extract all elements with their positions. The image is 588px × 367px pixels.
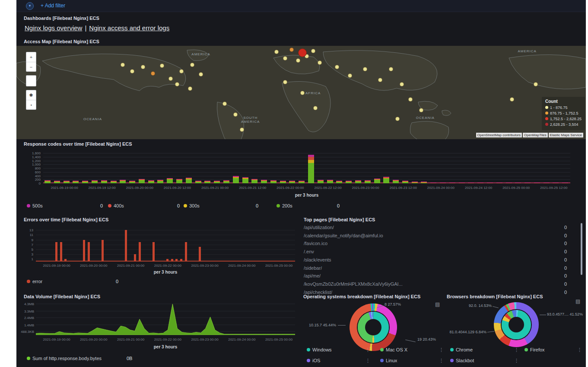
errors-chart [36,228,295,262]
y-axis-tick: 3.3MB [16,310,34,313]
stacked-bar-segment [318,180,324,180]
zoom-in-icon[interactable]: + [26,52,36,62]
browsers-callout-line [540,315,546,315]
map-point [168,77,173,81]
legend-item-actions-icon[interactable]: ⋮ [366,347,370,353]
stacked-bar-segment [148,181,154,182]
stacked-bar-segment [515,182,521,183]
map-attribution-link[interactable]: Elastic Maps Service [549,133,583,137]
draw-polygon-icon[interactable]: ⬟ [26,90,36,100]
stacked-bar-segment [251,179,257,180]
data-volume-area-svg [36,301,295,335]
stacked-bar-segment [289,182,295,182]
stacked-bar-segment [318,181,324,183]
top-pages-row-page: /slack/events [304,257,331,262]
stacked-bar-segment [44,180,51,181]
legend-series-label[interactable]: 200s [282,203,292,208]
stacked-bar-segment [176,180,182,183]
stacked-bar-segment [355,182,361,183]
stacked-bar-segment [44,182,51,183]
y-axis-tick: 1.4MB [16,323,34,327]
legend-series-label[interactable]: error [32,279,42,284]
stacked-bar-segment [73,182,79,183]
legend-item-actions-icon[interactable]: ⋮ [577,347,582,353]
stacked-bar-segment [534,183,540,183]
gridline [36,230,295,230]
stacked-bar-segment [214,182,220,183]
stacked-bar-segment [64,182,70,182]
fit-bounds-icon[interactable] [26,76,36,85]
error-bar [125,230,127,262]
legend-item-actions-icon[interactable]: ⋮ [514,358,519,364]
legend-series-label[interactable]: Firefox [530,347,545,352]
stacked-bar-segment [308,155,314,157]
stacked-bar-segment [214,181,220,181]
stacked-bar-segment [204,182,210,182]
map-legend-title: Count [545,99,582,104]
map-fit-control[interactable] [26,75,36,86]
stacked-bar-segment [176,179,182,179]
stacked-bar-segment [553,183,559,183]
stacked-bar-segment [195,182,201,182]
legend-series-label[interactable]: Chrome [456,347,473,352]
filter-icon[interactable]: ▾ [26,2,34,10]
map-attribution-link[interactable]: OpenMapTiles [523,133,548,137]
map-point [188,86,192,91]
legend-series-label[interactable]: 300s [189,203,200,208]
map-legend-label: 1 - 876.75 [550,105,568,110]
zoom-out-icon[interactable]: − [26,62,36,72]
link-nginx-access-error-logs[interactable]: Nginx access and error logs [89,24,169,32]
x-axis-tick: 2021-09-22 00:00 [154,264,181,268]
gridline [43,176,570,176]
browsers-callout-line [487,331,494,332]
stacked-bar-segment [261,181,267,183]
add-filter-button[interactable]: + Add filter [41,3,65,9]
link-nginx-logs-overview[interactable]: Nginx logs overview [25,24,82,32]
legend-item-actions-icon[interactable]: ⋮ [514,347,519,353]
legend-series-label[interactable]: Mac OS X [386,347,407,352]
draw-rectangle-icon[interactable]: ▪ [26,100,36,110]
legend-item-actions-icon[interactable]: ⋮ [439,358,444,364]
legend-item-actions-icon[interactable]: ⋮ [439,347,444,353]
legend-series-label[interactable]: Slackbot [456,358,474,363]
map-legend-swatch [545,112,548,115]
map-canvas[interactable]: AMERICAAMERICAAFRICASOUTH AMERICAOCEANIA… [16,46,586,139]
x-axis-tick: 2021-09-20 12:00 [164,186,191,190]
os-legend-toggle-icon[interactable]: ▤ [435,301,440,307]
x-axis-tick: 2021-09-22 12:00 [314,186,341,190]
map-point [363,67,367,71]
stacked-bar-segment [459,182,465,183]
legend-series-value: 0 [256,203,258,208]
map-attribution-link[interactable]: OpenStreetMap contributors [476,133,522,137]
stacked-bar-segment [374,180,380,183]
top-pages-scrollbar[interactable] [581,223,582,275]
legend-series-label[interactable]: Linux [386,358,397,363]
legend-series-label[interactable]: Windows [312,347,332,352]
stacked-bar-segment [176,179,182,180]
stacked-bar-segment [346,182,352,182]
error-bar [153,242,155,262]
browsers-legend-toggle-icon[interactable]: ▤ [575,298,580,304]
legend-series-dot [524,348,528,351]
stacked-bar-segment [393,181,399,183]
map-point [130,69,134,73]
map-zoom-control[interactable]: + − [26,52,36,72]
y-axis-tick: 600 [21,170,41,174]
gridline [36,245,295,245]
legend-series-label[interactable]: Sum of http.response.body.bytes [32,356,102,361]
x-axis-tick: 2021-09-23 00:00 [191,264,218,268]
legend-series-label[interactable]: 400s [114,203,124,208]
map-draw-controls[interactable]: ⬟ ▪ [26,90,36,110]
dashboard-app: ▾ + Add filter Dashboards [Filebeat Ngin… [16,0,586,367]
error-bar [175,259,178,262]
browsers-callout-line [493,306,499,308]
x-axis-tick: 2021-09-20 00:00 [126,186,153,190]
legend-series-label[interactable]: 500s [32,203,43,208]
os-donut-hole [365,319,381,335]
legend-series-label[interactable]: iOS [312,358,320,363]
legend-item-actions-icon[interactable]: ⋮ [366,358,370,364]
stacked-bar-segment [82,181,88,181]
stacked-bar-segment [506,182,512,183]
stacked-bar-segment [92,181,98,182]
stacked-bar-segment [544,183,550,183]
